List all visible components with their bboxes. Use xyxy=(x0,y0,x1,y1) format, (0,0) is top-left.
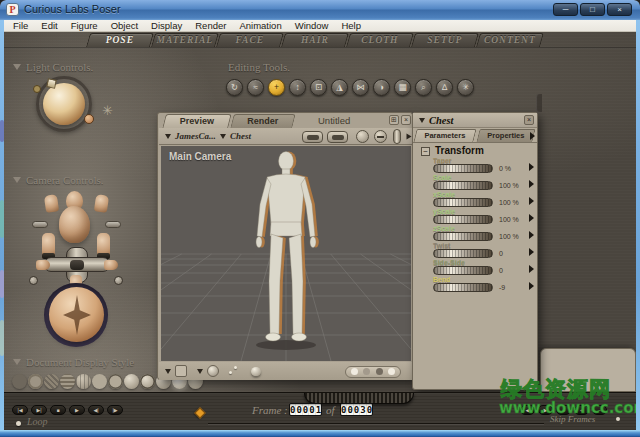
color-tool-icon[interactable]: ◑ xyxy=(373,79,390,96)
document-pager[interactable] xyxy=(345,366,401,378)
param-menu-arrow-icon[interactable] xyxy=(529,214,534,222)
menu-window[interactable]: Window xyxy=(295,20,329,31)
menu-display[interactable]: Display xyxy=(151,20,182,31)
panel-menu-arrow-icon[interactable] xyxy=(419,118,425,123)
camera-dolly-button[interactable] xyxy=(356,130,369,143)
minimize-button[interactable]: ─ xyxy=(553,3,578,16)
param-value[interactable]: 100 % xyxy=(499,199,519,206)
param-value[interactable]: 100 % xyxy=(499,182,519,189)
timeline-scrubber[interactable] xyxy=(194,407,205,418)
camera-controls-collapse-icon[interactable] xyxy=(13,177,21,183)
first-frame-button[interactable]: |◀ xyxy=(12,405,28,415)
hand-camera-button[interactable] xyxy=(327,131,348,143)
pager-dot[interactable] xyxy=(376,368,383,375)
actor-menu[interactable]: Chest xyxy=(230,128,251,144)
menu-help[interactable]: Help xyxy=(341,20,361,31)
param-value[interactable]: 0 % xyxy=(499,165,511,172)
tab-parameters[interactable]: Parameters xyxy=(413,129,476,142)
param-dial[interactable] xyxy=(433,215,493,224)
rotate-tool-icon[interactable]: ↻ xyxy=(226,79,243,96)
transform-collapse-box[interactable]: − xyxy=(421,147,430,156)
direct-manipulation-tool-icon[interactable]: ✳ xyxy=(457,79,474,96)
light-indicator-icon[interactable] xyxy=(84,114,94,124)
depth-cue-toggle[interactable] xyxy=(175,365,187,377)
camera-move-center-knob[interactable] xyxy=(70,260,84,270)
last-frame-button[interactable]: ▶| xyxy=(31,405,47,415)
param-dial[interactable] xyxy=(433,181,493,190)
tab-cloth[interactable]: CLOTH xyxy=(346,33,414,47)
param-menu-arrow-icon[interactable] xyxy=(529,163,534,171)
scale-tool-icon[interactable]: ⊡ xyxy=(310,79,327,96)
display-style-option[interactable] xyxy=(108,374,123,389)
tab-face[interactable]: FACE xyxy=(216,33,284,47)
translate-in-out-tool-icon[interactable]: ↕ xyxy=(289,79,306,96)
param-dial[interactable] xyxy=(433,164,493,173)
tab-content[interactable]: CONTENT xyxy=(476,33,544,47)
param-menu-arrow-icon[interactable] xyxy=(529,180,534,188)
tab-material[interactable]: MATERIAL xyxy=(151,33,219,47)
light-handle[interactable] xyxy=(46,78,57,89)
display-style-option[interactable] xyxy=(28,374,43,389)
display-style-option[interactable] xyxy=(92,374,107,389)
menu-figure[interactable]: Figure xyxy=(71,20,98,31)
camera-move-button[interactable] xyxy=(374,130,387,143)
param-value[interactable]: 0 xyxy=(499,250,503,257)
sun-icon[interactable]: ✳ xyxy=(102,103,113,118)
left-hand-camera-icon[interactable] xyxy=(44,194,59,213)
display-style-option[interactable] xyxy=(140,374,155,389)
view-magnifier-tool-icon[interactable]: ⌕ xyxy=(415,79,432,96)
side-drawer-handle[interactable] xyxy=(536,94,542,112)
step-forward-button[interactable]: |▶ xyxy=(107,405,123,415)
param-menu-arrow-icon[interactable] xyxy=(529,248,534,256)
loop-indicator[interactable] xyxy=(16,421,21,426)
param-menu-arrow-icon[interactable] xyxy=(529,265,534,273)
camera-orbit-dot-icon[interactable] xyxy=(114,276,123,285)
total-frames-counter[interactable]: 00030 xyxy=(340,403,373,416)
param-menu-arrow-icon[interactable] xyxy=(529,282,534,290)
display-style-option[interactable] xyxy=(44,374,59,389)
twist-tool-icon[interactable]: ≈ xyxy=(247,79,264,96)
camera-pan-left-hand-icon[interactable] xyxy=(36,260,50,270)
param-value[interactable]: 100 % xyxy=(499,233,519,240)
left-camera-hand-icon[interactable] xyxy=(42,233,55,259)
pager-dot[interactable] xyxy=(363,368,370,375)
tracking-mode-arrow-icon[interactable] xyxy=(197,369,203,374)
figure-menu[interactable]: JamesCa... xyxy=(175,128,216,144)
light-indicator-icon[interactable] xyxy=(33,85,41,93)
tracking-dots-icon[interactable] xyxy=(229,366,239,376)
param-dial[interactable] xyxy=(433,232,493,241)
display-style-option[interactable] xyxy=(60,374,75,389)
camera-roll-button[interactable] xyxy=(393,129,401,144)
display-style-collapse-icon[interactable] xyxy=(13,359,21,365)
pager-dot[interactable] xyxy=(351,368,358,375)
toolbar-more-arrow-icon[interactable] xyxy=(407,134,412,140)
document-resize-icon[interactable]: ⊞ xyxy=(389,115,399,125)
panel-close-icon[interactable]: × xyxy=(524,115,534,125)
param-value[interactable]: 0 xyxy=(499,267,503,274)
light-controls-collapse-icon[interactable] xyxy=(13,64,21,70)
param-dial[interactable] xyxy=(433,266,493,275)
param-menu-arrow-icon[interactable] xyxy=(529,197,534,205)
display-style-option[interactable] xyxy=(76,374,91,389)
head-camera-icon[interactable] xyxy=(59,206,90,243)
panel-tabs-more-icon[interactable] xyxy=(530,132,535,140)
camera-pan-right-hand-icon[interactable] xyxy=(104,260,118,270)
grouping-tool-icon[interactable]: ▦ xyxy=(394,79,411,96)
param-menu-arrow-icon[interactable] xyxy=(529,231,534,239)
camera-key-icon[interactable] xyxy=(105,221,121,228)
param-dial[interactable] xyxy=(433,249,493,258)
morphing-tool-icon[interactable]: ∆ xyxy=(436,79,453,96)
light-globe[interactable] xyxy=(43,83,85,125)
camera-key-icon[interactable] xyxy=(32,221,48,228)
preview-viewport[interactable]: Main Camera xyxy=(161,146,411,361)
param-value[interactable]: 100 % xyxy=(499,216,519,223)
menu-file[interactable]: File xyxy=(13,20,28,31)
tab-pose[interactable]: POSE xyxy=(86,33,154,47)
document-close-icon[interactable]: × xyxy=(401,115,411,125)
play-button[interactable]: ▶ xyxy=(69,405,85,415)
taper-tool-icon[interactable]: ◮ xyxy=(331,79,348,96)
translate-pull-tool-icon[interactable]: + xyxy=(268,79,285,96)
pager-dot[interactable] xyxy=(388,368,395,375)
display-style-option[interactable] xyxy=(124,374,139,389)
tracking-ball-icon[interactable] xyxy=(251,367,261,376)
